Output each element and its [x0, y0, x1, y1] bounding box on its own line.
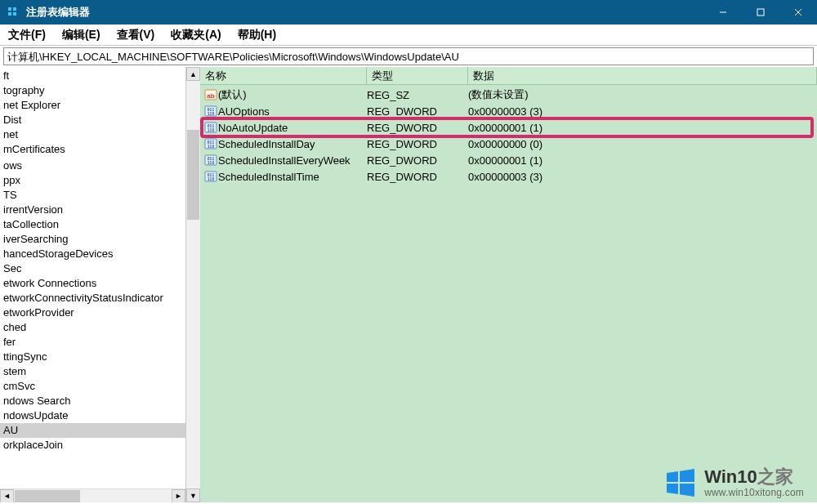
value-type-cell: REG_DWORD	[367, 122, 468, 134]
tree-item[interactable]: stem	[0, 364, 185, 379]
tree-item[interactable]: orkplaceJoin	[0, 438, 185, 453]
svg-text:110: 110	[208, 111, 215, 116]
value-type-cell: REG_DWORD	[367, 171, 468, 183]
tree-item[interactable]: irrentVersion	[0, 203, 185, 217]
scroll-thumb[interactable]	[15, 490, 80, 502]
scroll-track[interactable]	[186, 81, 200, 488]
tree-item[interactable]: Sec	[0, 261, 185, 276]
svg-rect-2	[8, 12, 11, 16]
tree-item[interactable]: taCollection	[0, 217, 185, 232]
details-panel: 名称 类型 数据 ab(默认)REG_SZ(数值未设置)011110AUOpti…	[200, 67, 817, 502]
value-type-cell: REG_DWORD	[367, 154, 468, 167]
value-type-cell: REG_DWORD	[367, 138, 468, 150]
app-icon	[7, 6, 20, 19]
tree-item[interactable]: net Explorer	[0, 98, 185, 113]
dword-value-icon: 011110	[203, 137, 218, 150]
value-name-cell: 011110ScheduledInstallDay	[203, 137, 367, 150]
value-name-cell: 011110NoAutoUpdate	[203, 121, 367, 134]
svg-rect-3	[13, 12, 16, 16]
value-row[interactable]: 011110AUOptionsREG_DWORD0x00000003 (3)	[200, 103, 817, 119]
scroll-right-arrow-icon[interactable]: ►	[172, 489, 185, 503]
tree-item[interactable]: ndows Search	[0, 394, 185, 408]
menu-view[interactable]: 查看(V)	[114, 26, 158, 44]
value-data-cell: 0x00000003 (3)	[468, 105, 817, 118]
svg-rect-5	[757, 9, 764, 16]
tree-item-selected[interactable]: AU	[0, 423, 185, 438]
column-header-name[interactable]: 名称	[200, 67, 367, 84]
column-header-type[interactable]: 类型	[367, 67, 468, 84]
svg-text:ab: ab	[207, 92, 214, 100]
menu-file[interactable]: 文件(F)	[5, 26, 49, 44]
scroll-thumb[interactable]	[187, 130, 199, 220]
svg-text:110: 110	[208, 176, 215, 181]
details-body[interactable]: ab(默认)REG_SZ(数值未设置)011110AUOptionsREG_DW…	[200, 85, 817, 502]
scroll-track[interactable]	[14, 489, 172, 503]
tree-item[interactable]: Dist	[0, 113, 185, 127]
value-type-cell: REG_DWORD	[367, 105, 468, 118]
tree-horizontal-scrollbar[interactable]: ◄ ►	[0, 488, 185, 502]
tree-item[interactable]: tography	[0, 83, 185, 98]
menu-help[interactable]: 帮助(H)	[234, 26, 279, 44]
value-row[interactable]: 011110ScheduledInstallEveryWeekREG_DWORD…	[200, 152, 817, 168]
maximize-button[interactable]	[742, 0, 779, 25]
svg-rect-1	[13, 7, 16, 11]
value-name: ScheduledInstallDay	[218, 138, 315, 150]
tree-body[interactable]: fttographynet ExplorerDistnetmCertificat…	[0, 67, 185, 488]
string-value-icon: ab	[203, 88, 218, 101]
tree-item[interactable]: etwork Connections	[0, 276, 185, 291]
svg-text:110: 110	[208, 160, 215, 165]
tree-item[interactable]: ppx	[0, 173, 185, 188]
svg-text:110: 110	[208, 144, 215, 149]
menu-favorites[interactable]: 收藏夹(A)	[167, 26, 224, 44]
dword-value-icon: 011110	[203, 105, 218, 118]
window-title: 注册表编辑器	[26, 5, 90, 20]
tree-item[interactable]: etworkConnectivityStatusIndicator	[0, 291, 185, 306]
tree-item[interactable]: ttingSync	[0, 350, 185, 364]
value-name-cell: 011110AUOptions	[203, 105, 367, 118]
tree-item[interactable]: iverSearching	[0, 232, 185, 247]
value-data-cell: 0x00000000 (0)	[468, 138, 817, 150]
value-name-cell: ab(默认)	[203, 87, 367, 102]
tree-item[interactable]: ndowsUpdate	[0, 408, 185, 423]
scroll-down-arrow-icon[interactable]: ▼	[186, 488, 200, 502]
value-name: (默认)	[218, 87, 247, 102]
value-name: AUOptions	[218, 105, 270, 118]
column-header-data[interactable]: 数据	[468, 67, 817, 84]
value-name-cell: 011110ScheduledInstallEveryWeek	[203, 154, 367, 167]
tree-item[interactable]: mCertificates	[0, 142, 185, 157]
dword-value-icon: 011110	[203, 121, 218, 134]
value-data-cell: 0x00000001 (1)	[468, 122, 817, 134]
tree-vertical-scrollbar[interactable]: ▲ ▼	[186, 67, 200, 502]
tree-item[interactable]: fer	[0, 335, 185, 350]
value-row[interactable]: 011110ScheduledInstallDayREG_DWORD0x0000…	[200, 136, 817, 152]
value-row[interactable]: ab(默认)REG_SZ(数值未设置)	[200, 87, 817, 103]
tree-item[interactable]: ched	[0, 320, 185, 335]
tree-item[interactable]: hancedStorageDevices	[0, 247, 185, 261]
value-data-cell: 0x00000003 (3)	[468, 171, 817, 183]
tree-item[interactable]: ows	[0, 158, 185, 173]
scroll-up-arrow-icon[interactable]: ▲	[186, 67, 200, 81]
value-row[interactable]: 011110ScheduledInstallTimeREG_DWORD0x000…	[200, 168, 817, 185]
value-name: NoAutoUpdate	[218, 122, 288, 134]
main-pane: fttographynet ExplorerDistnetmCertificat…	[0, 67, 817, 502]
scroll-left-arrow-icon[interactable]: ◄	[0, 489, 14, 503]
close-button[interactable]	[779, 0, 817, 25]
tree-item[interactable]: TS	[0, 188, 185, 203]
value-data-cell: (数值未设置)	[468, 87, 817, 102]
tree-item[interactable]: cmSvc	[0, 379, 185, 394]
value-data-cell: 0x00000001 (1)	[468, 154, 817, 167]
minimize-button[interactable]	[704, 0, 742, 25]
tree-item[interactable]: ft	[0, 69, 185, 83]
value-row-highlighted[interactable]: 011110NoAutoUpdateREG_DWORD0x00000001 (1…	[200, 119, 817, 136]
tree-item[interactable]: etworkProvider	[0, 306, 185, 320]
menubar: 文件(F) 编辑(E) 查看(V) 收藏夹(A) 帮助(H)	[0, 25, 817, 46]
menu-edit[interactable]: 编辑(E)	[59, 26, 104, 44]
value-name: ScheduledInstallEveryWeek	[218, 154, 350, 167]
svg-text:110: 110	[208, 127, 215, 132]
value-name-cell: 011110ScheduledInstallTime	[203, 170, 367, 183]
address-bar[interactable]: 计算机\HKEY_LOCAL_MACHINE\SOFTWARE\Policies…	[3, 47, 814, 65]
tree-panel: fttographynet ExplorerDistnetmCertificat…	[0, 67, 186, 502]
value-name: ScheduledInstallTime	[218, 171, 319, 183]
tree-item[interactable]: net	[0, 127, 185, 142]
dword-value-icon: 011110	[203, 170, 218, 183]
